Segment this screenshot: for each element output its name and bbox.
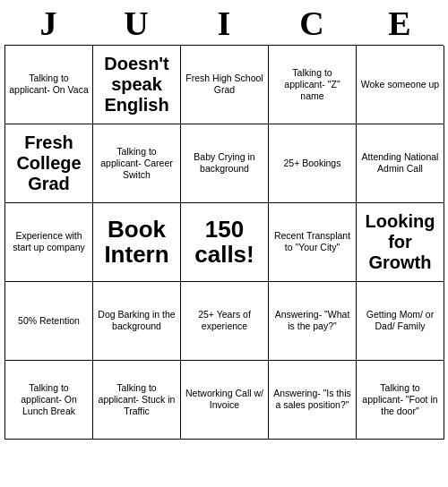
bingo-cell-12[interactable]: 150 calls! [181, 203, 269, 282]
header-letter-c: C [268, 4, 356, 45]
header-letter-e: E [356, 4, 444, 45]
bingo-cell-7[interactable]: Baby Crying in background [181, 124, 269, 203]
bingo-cell-3[interactable]: Talking to applicant- "Z" name [269, 46, 357, 124]
bingo-cell-11[interactable]: Book Intern [93, 203, 181, 282]
bingo-cell-21[interactable]: Talking to applicant- Stuck in Traffic [93, 361, 181, 440]
bingo-cell-16[interactable]: Dog Barking in the background [93, 282, 181, 361]
header-letter-i: I [180, 4, 268, 45]
header-letter-u: U [92, 4, 180, 45]
bingo-cell-13[interactable]: Recent Transplant to "Your City" [269, 203, 357, 282]
bingo-cell-14[interactable]: Looking for Growth [357, 203, 444, 282]
bingo-cell-22[interactable]: Networking Call w/ Invoice [181, 361, 269, 440]
bingo-cell-0[interactable]: Talking to applicant- On Vaca [5, 46, 93, 124]
header-letter-j: J [4, 4, 92, 45]
bingo-cell-20[interactable]: Talking to applicant- On Lunch Break [5, 361, 93, 440]
bingo-grid: Talking to applicant- On VacaDoesn't spe… [4, 45, 444, 440]
bingo-cell-5[interactable]: Fresh College Grad [5, 124, 93, 203]
bingo-card: JUICE Talking to applicant- On VacaDoesn… [4, 4, 444, 440]
bingo-cell-17[interactable]: 25+ Years of experience [181, 282, 269, 361]
header-row: JUICE [4, 4, 444, 45]
bingo-cell-8[interactable]: 25+ Bookings [269, 124, 357, 203]
bingo-cell-23[interactable]: Answering- "Is this a sales position?" [269, 361, 357, 440]
bingo-cell-15[interactable]: 50% Retention [5, 282, 93, 361]
bingo-cell-4[interactable]: Woke someone up [357, 46, 444, 124]
bingo-cell-10[interactable]: Experience with start up company [5, 203, 93, 282]
bingo-cell-2[interactable]: Fresh High School Grad [181, 46, 269, 124]
bingo-cell-24[interactable]: Talking to applicant- "Foot in the door" [357, 361, 444, 440]
bingo-cell-6[interactable]: Talking to applicant- Career Switch [93, 124, 181, 203]
bingo-cell-18[interactable]: Answering- "What is the pay?" [269, 282, 357, 361]
bingo-cell-9[interactable]: Attending National Admin Call [357, 124, 444, 203]
bingo-cell-19[interactable]: Getting Mom/ or Dad/ Family [357, 282, 444, 361]
bingo-cell-1[interactable]: Doesn't speak English [93, 46, 181, 124]
